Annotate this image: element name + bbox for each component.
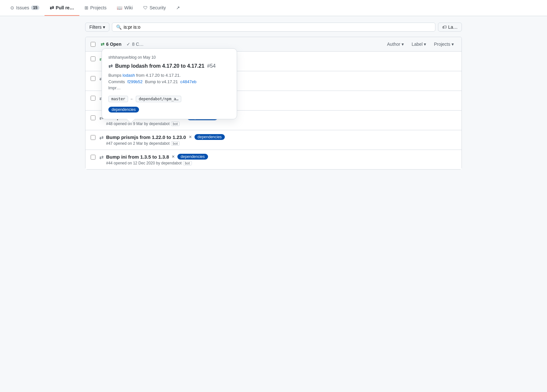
pr6-title-row: Bump ini from 1.3.5 to 1.3.8 ✕ dependenc… xyxy=(106,154,456,160)
label-btn-label: La… xyxy=(448,24,458,30)
security-icon: 🛡 xyxy=(143,5,148,10)
pr5-label-badge[interactable]: dependencies xyxy=(194,134,225,140)
issues-badge: 15 xyxy=(31,5,39,10)
chevron-down-icon: ▾ xyxy=(103,24,105,30)
issues-icon: ⊙ xyxy=(10,5,14,10)
filters-button[interactable]: Filters ▾ xyxy=(85,23,109,32)
pr6-bot-badge: bot xyxy=(183,161,192,165)
lodash-link[interactable]: lodash xyxy=(123,73,135,78)
checkmark-icon: ✓ xyxy=(126,42,130,47)
pr6-meta: #44 opened on 12 Dec 2020 by dependabot … xyxy=(106,161,456,165)
commit2-link[interactable]: c4847eb xyxy=(180,79,196,84)
security-label: Security xyxy=(150,5,166,10)
pr-list: ⇄ 6 Open ✓ 8 C… Author ▾ Label ▾ P xyxy=(85,37,462,170)
tab-projects[interactable]: ⊞ Projects xyxy=(79,0,112,16)
branch-arrow-icon: ← xyxy=(130,97,134,101)
tab-insights[interactable]: ↗ xyxy=(171,0,185,16)
label-button[interactable]: 🏷 La… xyxy=(438,23,462,32)
closed-count[interactable]: ✓ 8 C… xyxy=(126,42,144,47)
head-branch-tag: dependabot/npm_a… xyxy=(136,96,181,102)
pr5-title[interactable]: Bump prismjs from 1.22.0 to 1.23.0 xyxy=(106,134,186,140)
tab-pull-requests[interactable]: ⇄ Pull re… xyxy=(45,0,79,16)
label-tag-icon: 🏷 xyxy=(442,24,447,30)
wiki-icon: 📖 xyxy=(117,5,122,10)
tooltip-labels: dependencies xyxy=(108,107,230,113)
projects-filter-button[interactable]: Projects ▾ xyxy=(431,40,456,48)
pr5-title-row: Bump prismjs from 1.22.0 to 1.23.0 ✕ dep… xyxy=(106,134,456,140)
projects-icon: ⊞ xyxy=(85,5,88,10)
pr3-checkbox[interactable] xyxy=(91,96,95,101)
search-box: 🔍 xyxy=(112,23,435,32)
pr-tooltip-popup: shfshanyue/blog on May 10 ⇄ Bump lodash … xyxy=(102,48,237,119)
search-input[interactable] xyxy=(124,24,431,30)
commit1-link[interactable]: f299b52 xyxy=(127,79,143,84)
pr6-icon: ⇄ xyxy=(99,154,104,160)
projects-label: Projects xyxy=(90,5,107,10)
filters-label: Filters xyxy=(89,24,102,30)
pr-list-header-right: Author ▾ Label ▾ Projects ▾ xyxy=(384,40,456,48)
tooltip-pr-icon: ⇄ xyxy=(108,63,113,69)
wiki-label: Wiki xyxy=(124,5,133,10)
tooltip-title-text: Bump lodash from 4.17.20 to 4.17.21 #54 xyxy=(115,63,216,69)
pr4-meta: #48 opened on 9 Mar by dependabot bot xyxy=(106,122,456,126)
select-all-checkbox[interactable] xyxy=(91,42,95,47)
insights-icon: ↗ xyxy=(176,5,180,10)
main-content: Filters ▾ 🔍 🏷 La… ⇄ 6 Open ✓ 8 C… xyxy=(80,16,467,176)
tooltip-repo-line: shfshanyue/blog on May 10 xyxy=(108,55,230,60)
pr-item-1: ⇄ Bump lodash from 4.17.20 to 4.17.21 ✕ … xyxy=(85,52,462,71)
pr6-close-icon: ✕ xyxy=(172,154,175,159)
label-chevron-icon: ▾ xyxy=(424,42,426,47)
pr1-checkbox[interactable] xyxy=(91,56,95,61)
pr6-title[interactable]: Bump ini from 1.3.5 to 1.3.8 xyxy=(106,154,169,160)
pr6-content: Bump ini from 1.3.5 to 1.3.8 ✕ dependenc… xyxy=(106,154,456,165)
tab-issues[interactable]: ⊙ Issues 15 xyxy=(5,0,45,16)
pull-requests-label: Pull re… xyxy=(56,5,74,10)
pr5-checkbox[interactable] xyxy=(91,135,95,140)
pr4-bot-badge: bot xyxy=(171,122,180,126)
open-count: ⇄ 6 Open xyxy=(101,42,121,47)
tooltip-body: Bumps lodash from 4.17.20 to 4.17.21. Co… xyxy=(108,72,230,91)
pr6-checkbox[interactable] xyxy=(91,155,95,160)
pr-item-6: ⇄ Bump ini from 1.3.5 to 1.3.8 ✕ depende… xyxy=(85,150,462,169)
pr2-checkbox[interactable] xyxy=(91,76,95,81)
tooltip-dep-badge[interactable]: dependencies xyxy=(108,107,139,113)
pr4-checkbox[interactable] xyxy=(91,115,95,120)
author-chevron-icon: ▾ xyxy=(402,42,404,47)
pr5-bot-badge: bot xyxy=(171,141,180,146)
issues-label: Issues xyxy=(16,5,29,10)
filter-bar: Filters ▾ 🔍 🏷 La… xyxy=(85,23,462,32)
pr6-label-badge[interactable]: dependencies xyxy=(177,154,208,160)
pr5-close-icon: ✕ xyxy=(189,135,192,139)
pr-list-header-left: ⇄ 6 Open ✓ 8 C… xyxy=(91,42,144,47)
search-icon: 🔍 xyxy=(116,24,122,30)
tooltip-pr-number: #54 xyxy=(207,63,216,69)
pull-request-icon: ⇄ xyxy=(50,5,54,11)
pr5-icon: ⇄ xyxy=(99,134,104,141)
pr5-content: Bump prismjs from 1.22.0 to 1.23.0 ✕ dep… xyxy=(106,134,456,146)
base-branch-tag: master xyxy=(108,96,128,102)
tooltip-title: ⇄ Bump lodash from 4.17.20 to 4.17.21 #5… xyxy=(108,63,230,69)
pr-open-icon: ⇄ xyxy=(101,42,104,47)
top-nav: ⊙ Issues 15 ⇄ Pull re… ⊞ Projects 📖 Wiki… xyxy=(0,0,547,16)
projects-chevron-icon: ▾ xyxy=(452,42,454,47)
label-filter-button[interactable]: Label ▾ xyxy=(409,40,429,48)
tooltip-branches: master ← dependabot/npm_a… xyxy=(108,96,230,102)
author-filter-button[interactable]: Author ▾ xyxy=(384,40,406,48)
pr-item-5: ⇄ Bump prismjs from 1.22.0 to 1.23.0 ✕ d… xyxy=(85,130,462,150)
tab-security[interactable]: 🛡 Security xyxy=(138,0,171,16)
pr5-meta: #47 opened on 2 Mar by dependabot bot xyxy=(106,141,456,146)
tab-wiki[interactable]: 📖 Wiki xyxy=(112,0,138,16)
